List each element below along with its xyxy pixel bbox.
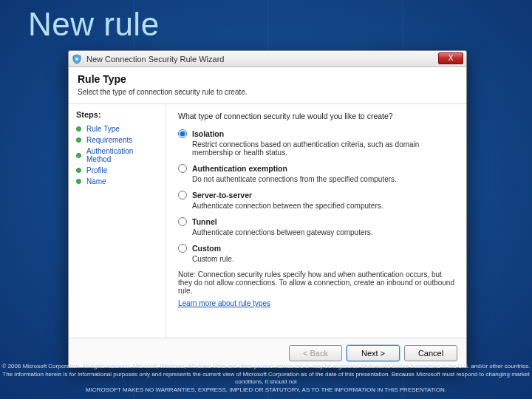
radio-isolation[interactable] [178, 129, 187, 138]
steps-heading: Steps: [76, 110, 160, 119]
steps-sidebar: Steps: Rule Type Requirements Authentica… [69, 104, 166, 338]
wizard-body: Steps: Rule Type Requirements Authentica… [69, 104, 466, 338]
step-label: Name [86, 177, 106, 185]
titlebar: New Connection Security Rule Wizard X [69, 51, 466, 67]
option-title: Server-to-server [192, 191, 252, 200]
step-name[interactable]: Name [76, 177, 160, 185]
radio-custom[interactable] [178, 244, 187, 253]
page-title: Rule Type [78, 73, 457, 85]
step-bullet-icon [76, 153, 81, 158]
svg-rect-0 [75, 58, 78, 60]
step-requirements[interactable]: Requirements [76, 136, 160, 144]
radio-tunnel[interactable] [178, 217, 187, 226]
note-text: Note: Connection security rules specify … [178, 270, 456, 295]
step-label: Profile [86, 166, 107, 174]
option-tunnel[interactable]: Tunnel Authenticate connections between … [178, 217, 456, 236]
option-desc: Custom rule. [192, 255, 456, 263]
option-title: Tunnel [192, 217, 217, 226]
wizard-header: Rule Type Select the type of connection … [69, 67, 466, 104]
step-bullet-icon [76, 168, 81, 173]
step-bullet-icon [76, 137, 81, 143]
step-bullet-icon [76, 179, 81, 184]
footer-line: The information herein is for informatio… [0, 371, 532, 387]
option-auth-exemption[interactable]: Authentication exemption Do not authenti… [178, 164, 456, 183]
footer-line: © 2006 Microsoft Corporation. All rights… [0, 363, 532, 371]
page-subtitle: Select the type of connection security r… [78, 88, 457, 96]
slide-title: New rule [28, 6, 160, 43]
option-desc: Authenticate connection between the spec… [192, 202, 456, 210]
option-isolation[interactable]: Isolation Restrict connections based on … [178, 129, 456, 157]
prompt-text: What type of connection security rule wo… [178, 112, 456, 120]
option-title: Custom [192, 244, 221, 253]
step-auth-method[interactable]: Authentication Method [76, 147, 160, 163]
close-button[interactable]: X [438, 52, 463, 64]
wizard-window: New Connection Security Rule Wizard X Ru… [68, 50, 467, 368]
option-server-to-server[interactable]: Server-to-server Authenticate connection… [178, 191, 456, 210]
step-label: Rule Type [86, 125, 120, 133]
step-profile[interactable]: Profile [76, 166, 160, 174]
content-panel: What type of connection security rule wo… [166, 104, 466, 338]
step-bullet-icon [76, 126, 81, 132]
radio-auth-exemption[interactable] [178, 164, 187, 173]
footer-line: MICROSOFT MAKES NO WARRANTIES, EXPRESS, … [0, 386, 532, 395]
next-button[interactable]: Next > [347, 345, 400, 361]
option-custom[interactable]: Custom Custom rule. [178, 244, 456, 263]
radio-server-to-server[interactable] [178, 191, 187, 200]
step-label: Authentication Method [86, 147, 160, 163]
learn-more-link[interactable]: Learn more about rule types [178, 299, 270, 307]
slide-footer: © 2006 Microsoft Corporation. All rights… [0, 363, 532, 395]
window-title: New Connection Security Rule Wizard [86, 55, 224, 64]
cancel-button[interactable]: Cancel [404, 345, 457, 361]
app-icon [72, 54, 82, 64]
option-desc: Do not authenticate connections from the… [192, 175, 456, 183]
option-title: Isolation [192, 129, 224, 138]
option-desc: Restrict connections based on authentica… [192, 140, 456, 157]
back-button[interactable]: < Back [289, 345, 342, 361]
step-rule-type[interactable]: Rule Type [76, 125, 160, 133]
option-desc: Authenticate connections between gateway… [192, 228, 456, 236]
option-title: Authentication exemption [192, 164, 287, 173]
step-label: Requirements [86, 136, 132, 144]
